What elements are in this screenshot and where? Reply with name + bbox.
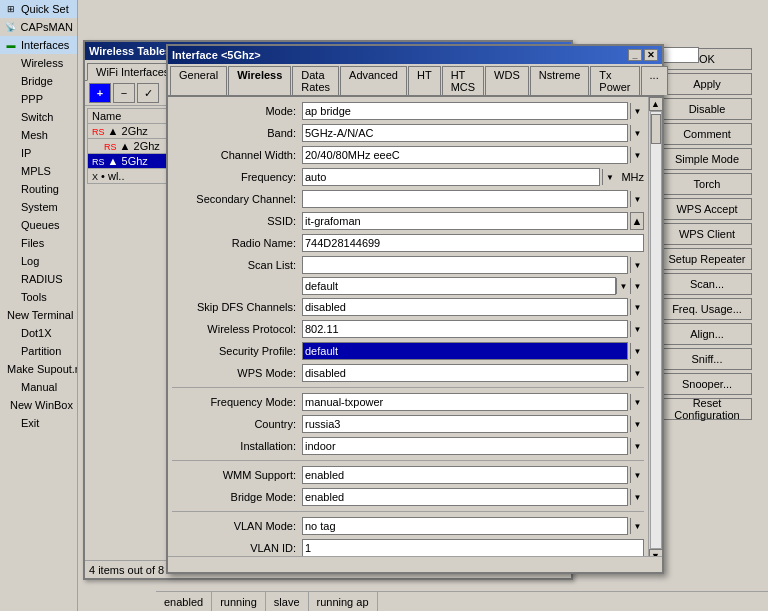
setup-repeater-button[interactable]: Setup Repeater bbox=[662, 248, 752, 270]
simple-mode-button[interactable]: Simple Mode bbox=[662, 148, 752, 170]
sidebar-item-tools[interactable]: Tools bbox=[0, 288, 77, 306]
mode-select[interactable]: ap bridge bbox=[302, 102, 628, 120]
installation-select[interactable]: indoor bbox=[302, 437, 628, 455]
wps-accept-button[interactable]: WPS Accept bbox=[662, 198, 752, 220]
vlan-mode-arrow[interactable]: ▼ bbox=[630, 518, 644, 534]
country-select[interactable]: russia3 bbox=[302, 415, 628, 433]
tab-general[interactable]: General bbox=[170, 66, 227, 95]
sidebar-item-manual[interactable]: Manual bbox=[0, 378, 77, 396]
reset-config-button[interactable]: Reset Configuration bbox=[662, 398, 752, 420]
radio-name-input[interactable] bbox=[302, 234, 644, 252]
tab-ht[interactable]: HT bbox=[408, 66, 441, 95]
country-arrow[interactable]: ▼ bbox=[630, 416, 644, 432]
scan-list-default-arrow[interactable]: ▼ bbox=[616, 278, 630, 294]
sidebar-item-wireless[interactable]: Wireless bbox=[0, 54, 77, 72]
sidebar-item-partition[interactable]: Partition bbox=[0, 342, 77, 360]
tab-nstreme[interactable]: Nstreme bbox=[530, 66, 590, 95]
channel-width-dropdown-arrow[interactable]: ▼ bbox=[630, 147, 644, 163]
sidebar-item-mpls[interactable]: MPLS bbox=[0, 162, 77, 180]
add-button[interactable]: + bbox=[89, 83, 111, 103]
snooper-button[interactable]: Snooper... bbox=[662, 373, 752, 395]
interface-form: Mode: ap bridge ▼ Band: 5GHz-A/N/AC bbox=[168, 97, 648, 563]
skip-dfs-select[interactable]: disabled bbox=[302, 298, 628, 316]
wireless-protocol-arrow[interactable]: ▼ bbox=[630, 321, 644, 337]
sidebar-item-capsman[interactable]: 📡 CAPsMAN bbox=[0, 18, 77, 36]
sidebar-item-bridge[interactable]: Bridge bbox=[0, 72, 77, 90]
vlan-id-input[interactable] bbox=[302, 539, 644, 557]
security-profile-arrow[interactable]: ▼ bbox=[630, 343, 644, 359]
sidebar-item-mesh[interactable]: Mesh bbox=[0, 126, 77, 144]
frequency-mode-arrow[interactable]: ▼ bbox=[630, 394, 644, 410]
frequency-mode-select[interactable]: manual-txpower bbox=[302, 393, 628, 411]
channel-width-select[interactable]: 20/40/80MHz eeeC bbox=[302, 146, 628, 164]
sidebar-item-switch[interactable]: Switch bbox=[0, 108, 77, 126]
wps-mode-select[interactable]: disabled bbox=[302, 364, 628, 382]
sidebar-item-log[interactable]: Log bbox=[0, 252, 77, 270]
torch-button[interactable]: Torch bbox=[662, 173, 752, 195]
bridge-mode-arrow[interactable]: ▼ bbox=[630, 489, 644, 505]
wps-client-button[interactable]: WPS Client bbox=[662, 223, 752, 245]
sidebar-item-queues[interactable]: Queues bbox=[0, 216, 77, 234]
sniff-button[interactable]: Sniff... bbox=[662, 348, 752, 370]
tab-wifi-interfaces[interactable]: WiFi Interfaces bbox=[87, 63, 178, 81]
align-button[interactable]: Align... bbox=[662, 323, 752, 345]
sidebar-item-system[interactable]: System bbox=[0, 198, 77, 216]
freq-usage-button[interactable]: Freq. Usage... bbox=[662, 298, 752, 320]
mode-dropdown-arrow[interactable]: ▼ bbox=[630, 103, 644, 119]
wmm-support-arrow[interactable]: ▼ bbox=[630, 467, 644, 483]
security-profile-select[interactable]: default bbox=[302, 342, 628, 360]
interface-close-button[interactable]: ✕ bbox=[644, 49, 658, 61]
sidebar-item-ip[interactable]: IP bbox=[0, 144, 77, 162]
scroll-track[interactable] bbox=[650, 111, 662, 549]
ssid-arrow[interactable]: ▲ bbox=[630, 212, 644, 230]
tab-data-rates[interactable]: Data Rates bbox=[292, 66, 339, 95]
sidebar-item-exit[interactable]: Exit bbox=[0, 414, 77, 432]
sidebar-item-ppp[interactable]: PPP bbox=[0, 90, 77, 108]
band-select[interactable]: 5GHz-A/N/AC bbox=[302, 124, 628, 142]
bridge-mode-select[interactable]: enabled bbox=[302, 488, 628, 506]
scan-list-input[interactable] bbox=[302, 256, 628, 274]
sidebar-item-make-supout[interactable]: Make Supout.rif bbox=[0, 360, 77, 378]
form-scrollbar[interactable]: ▲ ▼ bbox=[648, 97, 662, 563]
wireless-protocol-select[interactable]: 802.11 bbox=[302, 320, 628, 338]
secondary-channel-select[interactable] bbox=[302, 190, 628, 208]
wmm-support-select[interactable]: enabled bbox=[302, 466, 628, 484]
system-icon bbox=[4, 200, 18, 214]
tab-wds[interactable]: WDS bbox=[485, 66, 529, 95]
tab-ht-mcs[interactable]: HT MCS bbox=[442, 66, 484, 95]
secondary-channel-arrow[interactable]: ▼ bbox=[630, 191, 644, 207]
check-button[interactable]: ✓ bbox=[137, 83, 159, 103]
sidebar-item-files[interactable]: Files bbox=[0, 234, 77, 252]
scan-list-default-select[interactable]: default bbox=[302, 277, 616, 295]
tab-more[interactable]: ... bbox=[641, 66, 668, 95]
sidebar-item-routing[interactable]: Routing bbox=[0, 180, 77, 198]
ssid-input[interactable] bbox=[302, 212, 628, 230]
tab-wireless[interactable]: Wireless bbox=[228, 66, 291, 95]
comment-button[interactable]: Comment bbox=[662, 123, 752, 145]
scroll-up-button[interactable]: ▲ bbox=[649, 97, 663, 111]
scan-button[interactable]: Scan... bbox=[662, 273, 752, 295]
frequency-dropdown-arrow[interactable]: ▼ bbox=[602, 169, 616, 185]
interface-minimize-button[interactable]: _ bbox=[628, 49, 642, 61]
tab-tx-power[interactable]: Tx Power bbox=[590, 66, 639, 95]
sidebar-item-quickset[interactable]: ⊞ Quick Set bbox=[0, 0, 77, 18]
sidebar-item-dot1x[interactable]: Dot1X bbox=[0, 324, 77, 342]
sidebar-item-new-terminal[interactable]: New Terminal bbox=[0, 306, 77, 324]
band-dropdown-arrow[interactable]: ▼ bbox=[630, 125, 644, 141]
scan-list-default-arrow2[interactable]: ▼ bbox=[630, 278, 644, 294]
frequency-select[interactable]: auto bbox=[302, 168, 600, 186]
apply-button[interactable]: Apply bbox=[662, 73, 752, 95]
disable-button[interactable]: Disable bbox=[662, 98, 752, 120]
vlan-mode-select[interactable]: no tag bbox=[302, 517, 628, 535]
scroll-thumb[interactable] bbox=[651, 114, 661, 144]
sidebar-item-radius[interactable]: RADIUS bbox=[0, 270, 77, 288]
installation-arrow[interactable]: ▼ bbox=[630, 438, 644, 454]
vlan-id-label: VLAN ID: bbox=[172, 542, 302, 554]
wps-mode-arrow[interactable]: ▼ bbox=[630, 365, 644, 381]
tab-advanced[interactable]: Advanced bbox=[340, 66, 407, 95]
scan-list-arrow[interactable]: ▼ bbox=[630, 257, 644, 273]
sidebar-item-new-winbox[interactable]: New WinBox bbox=[0, 396, 77, 414]
skip-dfs-arrow[interactable]: ▼ bbox=[630, 299, 644, 315]
sidebar-item-interfaces[interactable]: ▬ Interfaces bbox=[0, 36, 77, 54]
remove-button[interactable]: − bbox=[113, 83, 135, 103]
